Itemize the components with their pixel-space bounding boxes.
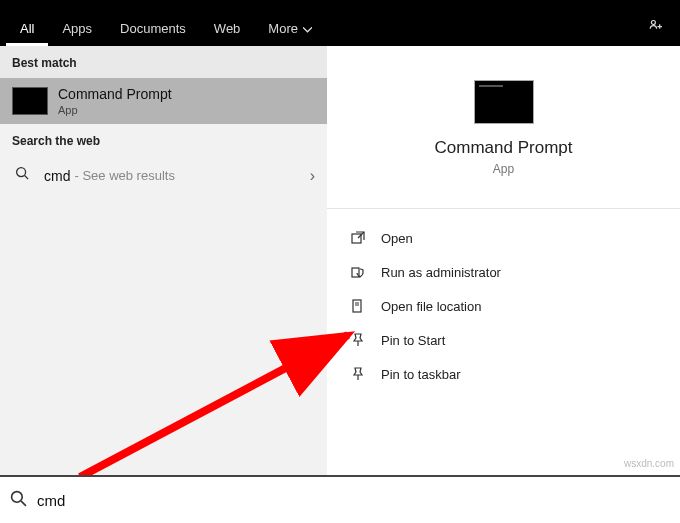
best-match-header: Best match [0,46,327,78]
watermark: wsxdn.com [624,458,674,469]
results-panel: Best match Command Prompt App Search the… [0,46,327,475]
tab-web[interactable]: Web [200,11,255,46]
command-prompt-icon [12,87,48,115]
web-result-cmd[interactable]: cmd - See web results › [0,156,327,195]
web-result-query: cmd [44,168,70,184]
feedback-icon[interactable] [648,18,674,46]
tab-all[interactable]: All [6,11,48,46]
result-subtitle: App [58,104,172,116]
action-run-admin-label: Run as administrator [381,265,501,280]
action-run-admin[interactable]: Run as administrator [327,255,680,289]
pin-taskbar-icon [347,365,369,383]
preview-panel: Command Prompt App Open Run as administr… [327,46,680,475]
web-result-hint: - See web results [74,168,174,183]
result-command-prompt[interactable]: Command Prompt App [0,78,327,124]
shield-icon [347,263,369,281]
action-pin-taskbar[interactable]: Pin to taskbar [327,357,680,391]
svg-line-11 [21,501,26,506]
preview-title: Command Prompt [327,138,680,158]
search-query-text: cmd [37,492,65,509]
svg-rect-5 [353,300,361,312]
tab-apps[interactable]: Apps [48,11,106,46]
action-open[interactable]: Open [327,221,680,255]
svg-line-2 [24,176,28,180]
result-title: Command Prompt [58,86,172,102]
svg-point-1 [16,168,25,177]
action-pin-start[interactable]: Pin to Start [327,323,680,357]
action-open-location[interactable]: Open file location [327,289,680,323]
pin-start-icon [347,331,369,349]
search-input-bar[interactable]: cmd [0,475,680,523]
svg-rect-3 [352,234,361,243]
search-web-header: Search the web [0,124,327,156]
tab-more[interactable]: More [254,11,326,46]
folder-icon [347,297,369,315]
tab-more-label: More [268,21,298,36]
action-open-label: Open [381,231,413,246]
search-icon [12,166,32,185]
preview-app-icon [474,80,534,124]
preview-subtitle: App [327,162,680,176]
chevron-down-icon [303,21,312,36]
chevron-right-icon: › [310,167,315,185]
search-scope-tabs: All Apps Documents Web More [0,0,680,46]
action-pin-taskbar-label: Pin to taskbar [381,367,461,382]
svg-point-10 [12,491,23,502]
svg-point-0 [651,21,655,25]
action-open-location-label: Open file location [381,299,481,314]
search-icon [10,490,27,511]
divider [327,208,680,209]
action-pin-start-label: Pin to Start [381,333,445,348]
open-icon [347,229,369,247]
tab-documents[interactable]: Documents [106,11,200,46]
action-list: Open Run as administrator Open file loca… [327,215,680,391]
